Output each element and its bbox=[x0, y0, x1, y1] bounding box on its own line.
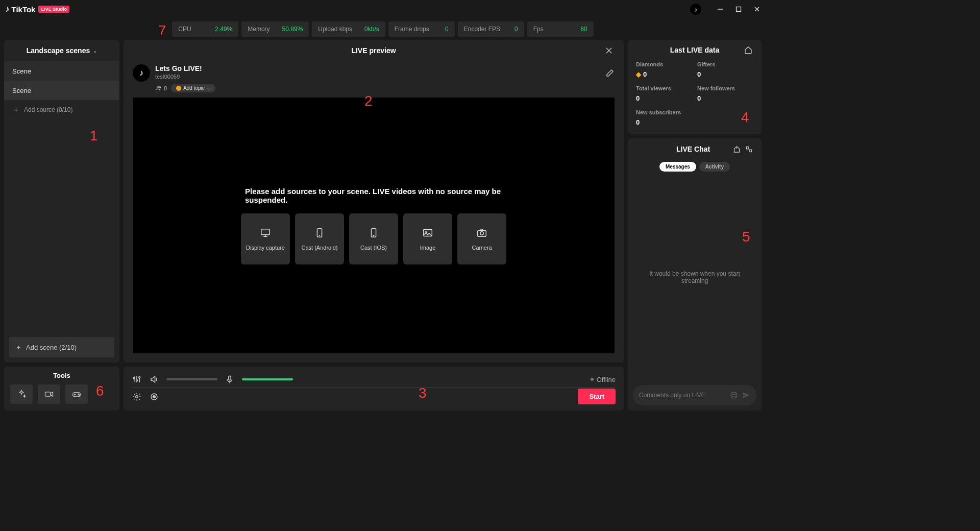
svg-point-27 bbox=[136, 380, 138, 381]
svg-rect-4 bbox=[45, 392, 51, 396]
stat-gifters: Gifters0 bbox=[697, 61, 753, 78]
stat-memory: Memory50.89% bbox=[241, 21, 309, 37]
send-icon[interactable] bbox=[742, 391, 750, 399]
svg-point-26 bbox=[133, 377, 135, 379]
diamond-icon: ◆ bbox=[636, 70, 641, 78]
chevron-down-icon: ⌄ bbox=[93, 48, 97, 54]
svg-rect-29 bbox=[229, 376, 231, 380]
stat-viewers: Total viewers0 bbox=[636, 85, 692, 102]
svg-point-8 bbox=[78, 394, 79, 394]
preview-canvas: Please add sources to your scene. LIVE v… bbox=[133, 98, 615, 353]
stats-row: CPU2.49% Memory50.89% Upload kbps0kb/s F… bbox=[0, 18, 766, 40]
svg-point-38 bbox=[734, 394, 735, 395]
profile-avatar[interactable]: ♪ bbox=[690, 4, 701, 15]
svg-rect-12 bbox=[261, 229, 270, 234]
edit-stream-button[interactable] bbox=[605, 68, 615, 78]
chat-tab-activity[interactable]: Activity bbox=[699, 162, 730, 172]
stream-title: Lets Go LIVE! bbox=[155, 64, 202, 73]
last-data-title: Last LIVE data bbox=[645, 46, 744, 54]
scenes-dropdown[interactable]: Landscape scenes ⌄ bbox=[4, 40, 119, 61]
stat-encoder: Encoder FPS0 bbox=[458, 21, 524, 37]
popout-icon[interactable] bbox=[733, 146, 742, 153]
plus-icon: ＋ bbox=[12, 105, 20, 115]
tiktok-note-icon: ♪ bbox=[5, 4, 10, 14]
preview-empty-message: Please add sources to your scene. LIVE v… bbox=[245, 187, 502, 204]
viewer-count-value: 0 bbox=[164, 85, 167, 91]
app-badge: LIVE Studio bbox=[38, 6, 69, 13]
svg-point-33 bbox=[153, 395, 156, 398]
add-scene-button[interactable]: ＋ Add scene (2/10) bbox=[9, 337, 114, 357]
stat-framedrops: Frame drops0 bbox=[388, 21, 455, 37]
source-image[interactable]: Image bbox=[403, 213, 452, 264]
svg-point-37 bbox=[732, 394, 733, 395]
tool-camera-button[interactable] bbox=[38, 384, 60, 404]
maximize-button[interactable] bbox=[735, 6, 742, 13]
source-cast-android[interactable]: Cast (Android) bbox=[295, 213, 344, 264]
chat-tab-messages[interactable]: Messages bbox=[659, 162, 696, 172]
volume-slider[interactable] bbox=[166, 378, 217, 380]
home-icon[interactable] bbox=[744, 46, 753, 54]
scenes-dropdown-label: Landscape scenes bbox=[27, 46, 90, 55]
mixer-button[interactable] bbox=[132, 374, 142, 384]
svg-rect-35 bbox=[749, 150, 751, 152]
preview-title: LIVE preview bbox=[143, 46, 604, 55]
stream-avatar: ♪ bbox=[133, 64, 150, 82]
app-logo: ♪ TikTok LIVE Studio bbox=[5, 4, 69, 14]
chevron-down-icon: ⌄ bbox=[207, 86, 210, 90]
stat-upload: Upload kbps0kb/s bbox=[312, 21, 385, 37]
source-camera[interactable]: Camera bbox=[457, 213, 506, 264]
status-dot-icon bbox=[591, 378, 594, 381]
emoji-icon[interactable] bbox=[730, 391, 738, 399]
source-cast-ios[interactable]: Cast (IOS) bbox=[349, 213, 398, 264]
svg-rect-34 bbox=[747, 147, 749, 149]
expand-icon[interactable] bbox=[745, 146, 754, 153]
svg-point-11 bbox=[159, 87, 161, 88]
mic-slider[interactable] bbox=[242, 378, 293, 380]
add-topic-label: Add topic bbox=[183, 85, 205, 91]
start-button[interactable]: Start bbox=[578, 389, 616, 404]
source-display-capture[interactable]: Display capture bbox=[241, 213, 290, 264]
viewer-count: 0 bbox=[155, 85, 167, 91]
chat-title: LIVE Chat bbox=[656, 145, 730, 153]
tool-game-button[interactable] bbox=[65, 384, 88, 404]
bottombar-panel: Offline Start bbox=[124, 367, 624, 411]
add-source-label: Add source (0/10) bbox=[24, 106, 72, 113]
mic-button[interactable] bbox=[225, 374, 235, 384]
settings-button[interactable] bbox=[132, 392, 142, 402]
svg-point-18 bbox=[373, 235, 374, 235]
svg-point-10 bbox=[157, 86, 158, 88]
stream-username: test00059 bbox=[155, 74, 202, 80]
battle-icon[interactable] bbox=[604, 46, 615, 55]
chat-input-placeholder: Comments only on LIVE bbox=[639, 392, 705, 399]
scene-item[interactable]: Scene bbox=[4, 81, 119, 100]
app-name: TikTok bbox=[12, 5, 36, 14]
monitor-icon bbox=[260, 227, 271, 238]
camera-icon bbox=[476, 227, 487, 238]
add-source-button[interactable]: ＋ Add source (0/10) bbox=[4, 100, 119, 119]
minimize-button[interactable] bbox=[717, 6, 724, 13]
tools-panel: Tools bbox=[4, 367, 119, 411]
speaker-button[interactable] bbox=[149, 374, 159, 384]
add-topic-button[interactable]: Add topic ⌄ bbox=[171, 84, 215, 92]
svg-point-28 bbox=[139, 377, 140, 378]
stat-followers: New followers0 bbox=[697, 85, 753, 102]
stat-fps: Fps60 bbox=[527, 21, 594, 37]
svg-rect-1 bbox=[737, 7, 741, 12]
tools-title: Tools bbox=[53, 372, 70, 379]
scene-item[interactable]: Scene bbox=[4, 61, 119, 81]
svg-point-22 bbox=[480, 231, 483, 234]
close-button[interactable] bbox=[753, 6, 761, 13]
titlebar: ♪ TikTok LIVE Studio ♪ bbox=[0, 0, 766, 18]
svg-point-9 bbox=[79, 395, 79, 395]
plus-icon: ＋ bbox=[15, 343, 22, 352]
phone-icon bbox=[314, 227, 325, 238]
phone-icon bbox=[368, 227, 379, 238]
chat-empty-message: It would be shown when you start streami… bbox=[628, 175, 762, 380]
scenes-panel: Landscape scenes ⌄ Scene Scene ＋ Add sou… bbox=[4, 40, 119, 363]
tool-effects-button[interactable] bbox=[10, 384, 33, 404]
last-data-panel: Last LIVE data Diamonds◆0 Gifters0 Total… bbox=[628, 40, 762, 134]
record-button[interactable] bbox=[149, 392, 159, 402]
topic-dot-icon bbox=[176, 86, 181, 91]
chat-input[interactable]: Comments only on LIVE bbox=[633, 385, 756, 405]
stat-cpu: CPU2.49% bbox=[172, 21, 238, 37]
